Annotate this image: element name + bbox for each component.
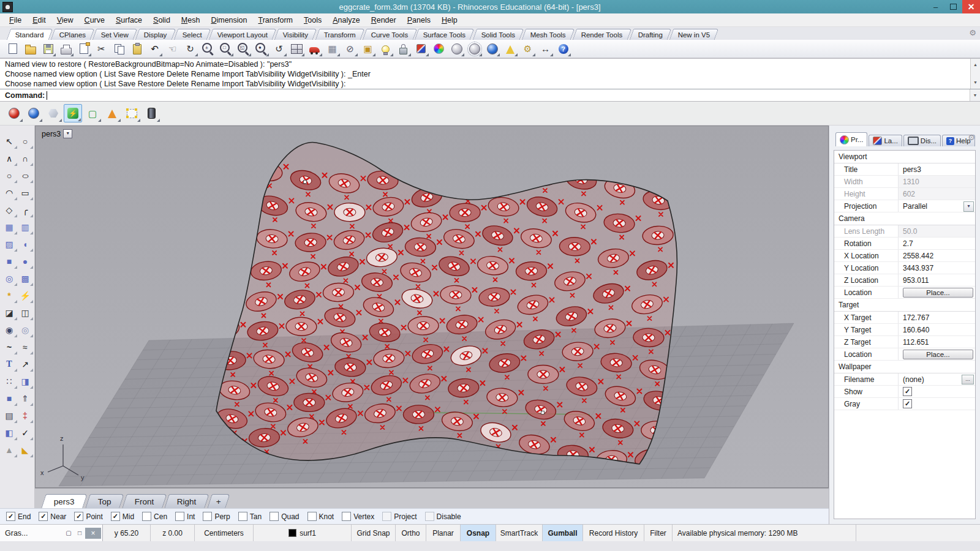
toolbar-tab-surface-tools[interactable]: Surface Tools [415,29,475,40]
osnap-checkbox-tan[interactable] [238,512,247,521]
place-button[interactable]: Place... [903,350,973,359]
viewport-tab-front[interactable]: Front [122,494,167,508]
status-y[interactable]: y 65.20 [103,525,151,541]
check-tool[interactable]: ✓ [17,424,33,441]
toolbar-tab-cplanes[interactable]: CPlanes [50,29,94,40]
osnap-mid[interactable]: ✓Mid [111,512,134,521]
solid-union-tool[interactable]: ■ [1,390,17,407]
status-ortho[interactable]: Ortho [396,525,426,541]
help-icon[interactable]: ? [555,41,571,57]
viewport-title[interactable]: pers3 ▾ [42,129,72,138]
menu-view[interactable]: View [51,15,79,26]
toolbar-tab-transform[interactable]: Transform [315,29,364,40]
undo-view-change-icon[interactable]: ↺ [271,41,287,57]
property-value[interactable]: 2.7 [899,238,975,249]
zoom-extents-icon[interactable]: ◱ [235,41,252,57]
layer-icon[interactable] [413,41,429,57]
menu-dimension[interactable]: Dimension [205,15,252,26]
viewport-tab-right[interactable]: Right [164,494,209,508]
status-smarttrack[interactable]: SmartTrack [496,525,543,541]
viewport-tab-top[interactable]: Top [85,494,124,508]
panel-close-icon[interactable]: × [85,528,101,539]
osnap-checkbox-quad[interactable] [270,512,279,521]
cplane-grid-icon[interactable]: ▦ [324,41,341,57]
osnap-quad[interactable]: Quad [270,512,299,521]
arc-tool[interactable]: ◠ [1,184,17,201]
toolbar-tab-display[interactable]: Display [135,29,176,40]
shaded-display-icon[interactable] [24,104,43,122]
split-tool[interactable]: ◫ [17,304,33,321]
property-value[interactable]: Place... [899,348,975,360]
osnap-checkbox-vertex[interactable] [342,512,351,521]
object-properties-icon[interactable] [431,41,447,57]
show-checkbox[interactable]: ✓ [903,387,912,396]
sphere-tool[interactable]: ● [17,253,33,270]
toolbar-tab-render-tools[interactable]: Render Tools [573,29,631,40]
menu-mesh[interactable]: Mesh [176,15,206,26]
status-z[interactable]: z 0.00 [151,525,195,541]
object-settings-icon[interactable]: ▣ [360,41,376,57]
osnap-disable[interactable]: Disable [425,512,461,521]
viewport-canvas[interactable]: zxy [36,126,829,488]
loft-tool[interactable]: ◧ [1,424,17,441]
options-gears-icon[interactable]: ⚙ [519,41,536,57]
docked-panel-tab[interactable]: Gras... ▢ □ × [0,525,103,541]
osnap-end[interactable]: ✓End [6,512,31,521]
property-value[interactable]: Place... [899,287,975,298]
viewport-tab-pers3[interactable]: pers3 [41,494,87,508]
align-tool[interactable]: ◨ [17,373,33,390]
ellipse-tool[interactable]: ○ [17,167,33,184]
property-value[interactable]: pers3 [899,163,975,175]
gear-icon[interactable]: ⚙ [969,28,976,37]
ghosted-viewport-icon[interactable] [466,41,483,57]
control-point[interactable] [541,411,545,414]
boolean-difference-tool[interactable]: ◎ [17,321,33,339]
osnap-cen[interactable]: Cen [142,512,167,521]
move-tool[interactable]: ↗ [17,356,33,373]
panel-tab-pr[interactable]: Pr... [835,132,867,146]
polyline-tool[interactable]: ∧ [1,150,17,167]
notification-cone-icon[interactable] [502,41,518,57]
status-planar[interactable]: Planar [426,525,461,541]
array-linear-tool[interactable]: ‡ [17,407,33,424]
cone-display-icon[interactable] [103,104,121,122]
print-icon[interactable] [58,41,74,57]
osnap-checkbox-perp[interactable] [203,512,212,521]
extrude-tool[interactable]: ⇑ [17,390,33,407]
osnap-knot[interactable]: Knot [307,512,334,521]
menu-panels[interactable]: Panels [402,15,436,26]
toolbar-tab-select[interactable]: Select [174,29,211,40]
curve-interpolate-tool[interactable]: ∩ [17,150,33,167]
property-value[interactable]: 3443.937 [899,262,975,274]
menu-solid[interactable]: Solid [148,15,176,26]
rendered-display-icon[interactable] [5,104,23,122]
box-tool[interactable]: ■ [1,253,17,270]
flash-trim-tool[interactable]: ⚡ [17,287,33,304]
cylinder-display-icon[interactable] [142,104,160,122]
toolbar-tab-solid-tools[interactable]: Solid Tools [472,29,524,40]
surface-patch-tool[interactable]: ▨ [1,236,17,253]
menu-surface[interactable]: Surface [110,15,148,26]
status-record[interactable]: Record History [583,525,644,541]
osnap-checkbox-end[interactable]: ✓ [6,512,15,521]
polygon-tool[interactable]: ◇ [1,201,17,219]
menu-file[interactable]: File [4,15,27,26]
surface-revolve-tool[interactable]: ◖ [17,236,33,253]
rebuild-tool[interactable]: ≈ [17,339,33,356]
hide-objects-icon[interactable] [377,41,394,57]
property-value[interactable]: 160.640 [899,324,975,335]
property-value[interactable]: 953.011 [899,274,975,286]
gear-icon[interactable]: ⚙ [968,133,975,142]
viewport-menu-arrow-icon[interactable]: ▾ [63,129,72,138]
dimension-icon[interactable]: ↔ [537,41,554,57]
status-surf1[interactable]: surf1 [254,525,352,541]
osnap-int[interactable]: Int [175,512,195,521]
rectangle-tool[interactable]: ▭ [17,184,33,201]
gray-checkbox[interactable]: ✓ [903,399,912,408]
point-grid-icon[interactable] [123,104,141,122]
surface-points-tool[interactable]: ▦ [1,219,17,236]
circle-tool[interactable]: ○ [1,167,17,184]
command-dropdown-icon[interactable]: ▼ [970,89,980,101]
property-value[interactable]: 2558.442 [899,250,975,261]
select-tool[interactable]: ↖ [1,133,17,150]
